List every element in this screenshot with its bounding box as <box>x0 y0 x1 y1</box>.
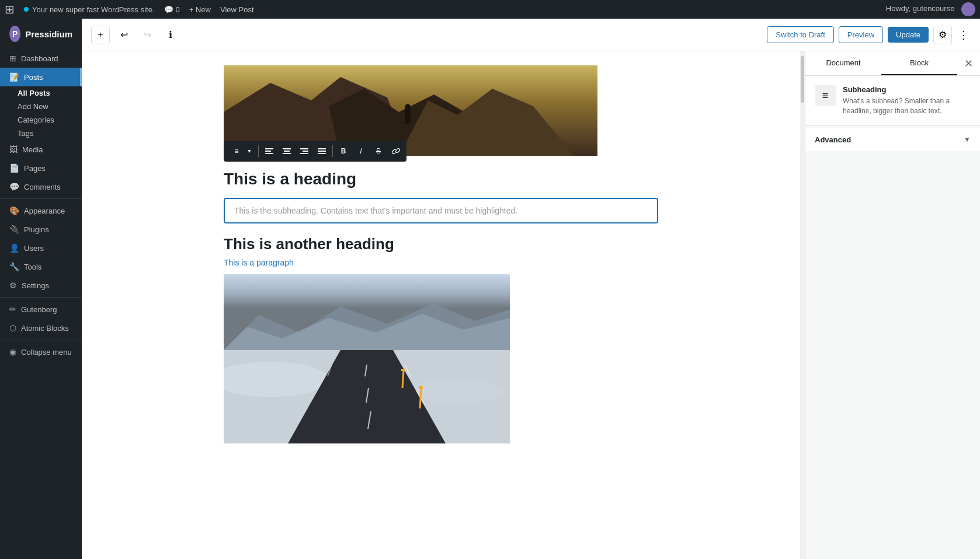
svg-rect-11 <box>283 153 291 154</box>
preview-button[interactable]: Preview <box>839 26 883 43</box>
italic-button[interactable]: I <box>353 143 369 159</box>
heading-text[interactable]: This is a heading <box>224 165 658 193</box>
collapse-icon: ◉ <box>9 347 16 357</box>
block-info-text: Subheading What's a subhead? Smaller tha… <box>843 85 971 116</box>
sidebar-item-appearance[interactable]: 🎨 Appearance <box>0 201 82 220</box>
content-scrollbar[interactable] <box>800 51 805 559</box>
svg-rect-32 <box>401 369 405 371</box>
admin-bar-view-post[interactable]: View Post <box>220 5 254 14</box>
heading-block-selected[interactable]: ≡ ▼ <box>224 165 658 193</box>
admin-bar-new[interactable]: + New <box>189 5 211 14</box>
align-justify-button[interactable] <box>314 143 330 159</box>
align-center-button[interactable] <box>279 143 295 159</box>
sidebar-item-add-new[interactable]: Add New <box>18 100 82 113</box>
svg-line-31 <box>402 371 404 388</box>
svg-line-33 <box>420 388 421 408</box>
fmt-separator-1 <box>258 145 259 157</box>
editor-main: ≡ ▼ <box>82 51 980 559</box>
fmt-separator-2 <box>332 145 333 157</box>
admin-bar-comments[interactable]: 💬 0 <box>164 5 180 14</box>
sidebar-item-tools[interactable]: 🔧 Tools <box>0 257 82 276</box>
info-button[interactable]: ℹ <box>161 26 180 44</box>
add-block-button[interactable]: + <box>91 26 110 44</box>
undo-button[interactable]: ↩ <box>114 26 133 44</box>
add-block-icon: + <box>98 30 103 40</box>
svg-rect-17 <box>318 153 326 154</box>
svg-rect-4 <box>405 109 411 124</box>
sidebar-item-media[interactable]: 🖼 Media <box>0 140 82 159</box>
paragraph-block[interactable]: This is a paragraph <box>224 258 658 267</box>
advanced-section-header[interactable]: Advanced ▼ <box>815 135 971 144</box>
svg-rect-15 <box>318 148 326 149</box>
text-align-button[interactable]: ≡ <box>228 143 245 159</box>
sidebar-item-gutenberg[interactable]: ✏ Gutenberg <box>0 300 82 319</box>
svg-rect-34 <box>419 386 423 389</box>
sidebar-item-users[interactable]: 👤 Users <box>0 239 82 257</box>
block-type-name: Subheading <box>843 85 971 94</box>
sidebar-item-dashboard[interactable]: ⊞ Dashboard <box>0 49 82 68</box>
svg-rect-12 <box>300 148 308 149</box>
atomic-blocks-icon: ⬡ <box>9 323 16 333</box>
svg-rect-8 <box>265 153 273 154</box>
svg-rect-9 <box>283 148 291 149</box>
update-button[interactable]: Update <box>888 27 929 43</box>
sidebar-divider <box>0 198 82 199</box>
advanced-section-label: Advanced <box>815 135 851 144</box>
sidebar-brand[interactable]: P Pressidium <box>0 19 82 49</box>
right-panel: Document Block ✕ ≡ Subheading <box>805 51 980 559</box>
panel-tabs: Document Block ✕ <box>805 51 980 76</box>
sidebar-item-tags[interactable]: Tags <box>18 127 82 140</box>
panel-close-button[interactable]: ✕ <box>957 51 980 75</box>
subheading-block[interactable]: This is the subheading. Contains text th… <box>224 198 658 223</box>
switch-draft-button[interactable]: Switch to Draft <box>767 26 834 43</box>
settings-panel-button[interactable]: ⚙ <box>933 26 952 44</box>
sidebar-item-comments[interactable]: 💬 Comments <box>0 177 82 196</box>
sidebar-item-atomic-blocks[interactable]: ⬡ Atomic Blocks <box>0 319 82 337</box>
sidebar-item-posts[interactable]: 📝 Posts <box>0 68 82 86</box>
svg-point-23 <box>411 379 504 403</box>
brand-icon: P <box>9 26 20 42</box>
align-right-button[interactable] <box>296 143 312 159</box>
advanced-section: Advanced ▼ <box>805 128 980 151</box>
gutenberg-icon: ✏ <box>9 305 16 314</box>
sidebar-item-plugins[interactable]: 🔌 Plugins <box>0 220 82 239</box>
strikethrough-button[interactable]: S <box>370 143 387 159</box>
tab-block[interactable]: Block <box>881 51 957 75</box>
align-button-group[interactable]: ≡ ▼ <box>226 143 256 159</box>
svg-rect-16 <box>318 151 326 152</box>
wp-logo-icon: ⊞ <box>5 2 15 16</box>
more-options-button[interactable]: ⋮ <box>957 26 971 44</box>
tab-document[interactable]: Document <box>805 51 881 75</box>
link-button[interactable] <box>388 143 404 159</box>
redo-button[interactable]: ↪ <box>138 26 157 44</box>
editor-area: + ↩ ↪ ℹ Switch to Draft Preview Update <box>82 19 980 559</box>
block-info: ≡ Subheading What's a subhead? Smaller t… <box>805 76 980 126</box>
posts-icon: 📝 <box>9 72 19 82</box>
dashboard-icon: ⊞ <box>9 54 16 63</box>
toolbar-right: Switch to Draft Preview Update ⚙ ⋮ <box>767 26 971 44</box>
align-dropdown-arrow[interactable]: ▼ <box>245 143 253 159</box>
sidebar-item-collapse-menu[interactable]: ◉ Collapse menu <box>0 343 82 361</box>
sidebar-item-pages[interactable]: 📄 Pages <box>0 159 82 177</box>
block-type-icon: ≡ <box>815 85 836 106</box>
bold-button[interactable]: B <box>335 143 352 159</box>
site-name[interactable]: Your new super fast WordPress site. <box>24 5 155 14</box>
svg-rect-7 <box>265 151 271 152</box>
editor-inner: ≡ ▼ <box>196 51 686 457</box>
info-icon: ℹ <box>169 29 172 40</box>
sidebar: P Pressidium ⊞ Dashboard 📝 Posts All Pos… <box>0 19 82 559</box>
heading2-block[interactable]: This is another heading <box>224 235 658 253</box>
sidebar-divider-3 <box>0 340 82 340</box>
tools-icon: 🔧 <box>9 262 19 271</box>
road-image-block[interactable] <box>224 274 510 443</box>
sidebar-item-categories[interactable]: Categories <box>18 113 82 127</box>
sidebar-divider-2 <box>0 297 82 298</box>
redo-icon: ↪ <box>144 29 151 40</box>
undo-icon: ↩ <box>120 29 128 40</box>
users-icon: 👤 <box>9 243 19 253</box>
align-left-button[interactable] <box>261 143 277 159</box>
road-image-svg <box>224 274 510 443</box>
sidebar-item-settings[interactable]: ⚙ Settings <box>0 276 82 295</box>
sidebar-item-all-posts[interactable]: All Posts <box>18 86 82 100</box>
gear-icon: ⚙ <box>939 29 947 40</box>
